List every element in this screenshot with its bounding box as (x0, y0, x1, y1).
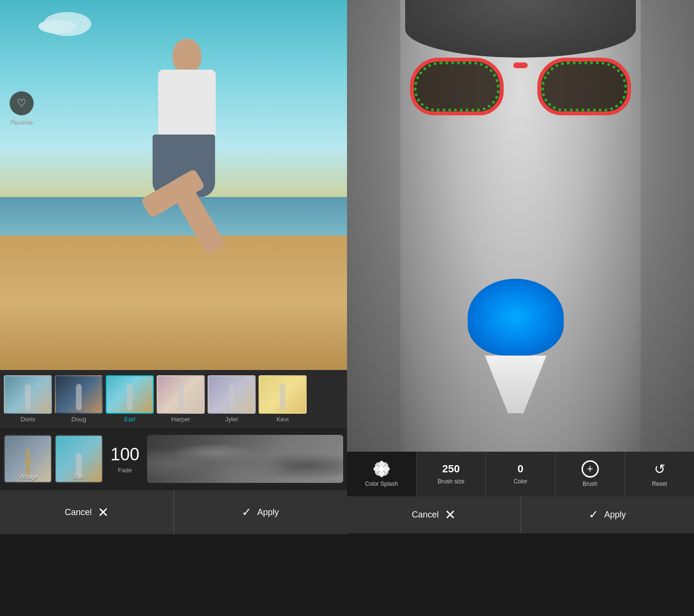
sunglass-left (410, 58, 504, 115)
filter-jyler[interactable]: Jyler (208, 375, 256, 423)
left-photo: ♡ Favorite (0, 0, 347, 370)
filter-strip: Doris Doug Earl Harper J (0, 370, 347, 428)
tool-panel: Color Splash 250 Brush size 0 Color + Br… (347, 452, 694, 533)
right-cancel-label: Cancel (412, 510, 439, 520)
adj-vintage-label: Vintage (5, 473, 51, 480)
tool-buttons-row: Color Splash 250 Brush size 0 Color + Br… (347, 452, 694, 496)
rocks-preview (147, 435, 343, 483)
filter-earl[interactable]: Earl (106, 375, 154, 423)
adj-earl-label: Earl (56, 473, 102, 480)
left-apply-button[interactable]: ✓ Apply (174, 490, 347, 534)
filter-harper-preview (157, 375, 205, 414)
reset-tool[interactable]: ↺ Reset (625, 452, 694, 496)
filter-earl-label: Earl (124, 416, 135, 423)
sunglass-right (537, 58, 631, 115)
brush-label: Brush (582, 480, 597, 487)
brush-size-value: 250 (442, 463, 460, 475)
filter-doug-label: Doug (71, 416, 86, 423)
filter-doris-preview (4, 375, 52, 414)
left-apply-check-icon: ✓ (242, 505, 251, 519)
brush-size-tool[interactable]: 250 Brush size (417, 452, 486, 496)
filter-doug[interactable]: Doug (55, 375, 103, 423)
sunglasses (400, 48, 641, 125)
filter-kevi-preview (259, 375, 307, 414)
person-head (173, 38, 201, 72)
favorite-label: Favorite (11, 118, 33, 125)
filter-harper-label: Harper (171, 416, 190, 423)
brush-size-label: Brush size (437, 478, 464, 485)
filter-jyler-label: Jyler (225, 416, 238, 423)
reset-label: Reset (652, 480, 667, 487)
color-splash-label: Color Splash (365, 480, 398, 487)
right-action-bar: Cancel ✕ ✓ Apply (347, 496, 694, 533)
snow-cone-top (468, 279, 564, 356)
fade-label: Fade (118, 467, 132, 474)
adj-earl-thumb[interactable]: Earl (55, 435, 103, 483)
right-apply-label: Apply (604, 510, 626, 520)
filter-kevi[interactable]: Kevi (259, 375, 307, 423)
person-torso (158, 70, 216, 142)
favorite-button[interactable]: ♡ Favorite (10, 91, 34, 125)
filter-harper[interactable]: Harper (157, 375, 205, 423)
color-splash-icon (373, 460, 390, 478)
filter-jyler-preview (208, 375, 256, 414)
color-value: 0 (518, 463, 523, 475)
left-cancel-button[interactable]: Cancel ✕ (0, 490, 174, 534)
left-cancel-icon: ✕ (98, 505, 109, 520)
snow-cone (468, 279, 564, 413)
adjustment-row: Vintage Earl 100 Fade (0, 428, 347, 490)
right-apply-check-icon: ✓ (589, 508, 598, 521)
right-apply-button[interactable]: ✓ Apply (521, 496, 694, 533)
adj-vintage-thumb[interactable]: Vintage (4, 435, 52, 483)
snow-cone-cup (477, 356, 554, 413)
filter-doris[interactable]: Doris (4, 375, 52, 423)
filter-doug-preview (55, 375, 103, 414)
left-action-bar: Cancel ✕ ✓ Apply (0, 490, 347, 534)
fade-value: 100 (111, 444, 139, 465)
right-photo (347, 0, 694, 452)
heart-icon: ♡ (10, 91, 34, 115)
right-cancel-button[interactable]: Cancel ✕ (347, 496, 521, 533)
brush-tool[interactable]: + Brush (556, 452, 625, 496)
filter-earl-preview (106, 375, 154, 414)
sunglass-bridge (513, 62, 528, 68)
person-silhouette (120, 38, 254, 317)
person-body (120, 38, 254, 317)
color-tool[interactable]: 0 Color (486, 452, 556, 496)
left-panel: ♡ Favorite Doris Doug Earl (0, 0, 347, 616)
color-splash-tool[interactable]: Color Splash (347, 452, 417, 496)
filter-doris-label: Doris (21, 416, 35, 423)
left-apply-label: Apply (257, 507, 279, 517)
right-cancel-icon: ✕ (445, 507, 456, 523)
fade-control: 100 Fade (106, 444, 144, 474)
brush-plus-icon: + (582, 460, 599, 478)
reset-icon: ↺ (651, 460, 668, 478)
filter-kevi-label: Kevi (276, 416, 288, 423)
right-panel: Color Splash 250 Brush size 0 Color + Br… (347, 0, 694, 616)
color-label: Color (514, 478, 528, 485)
left-cancel-label: Cancel (65, 507, 92, 517)
